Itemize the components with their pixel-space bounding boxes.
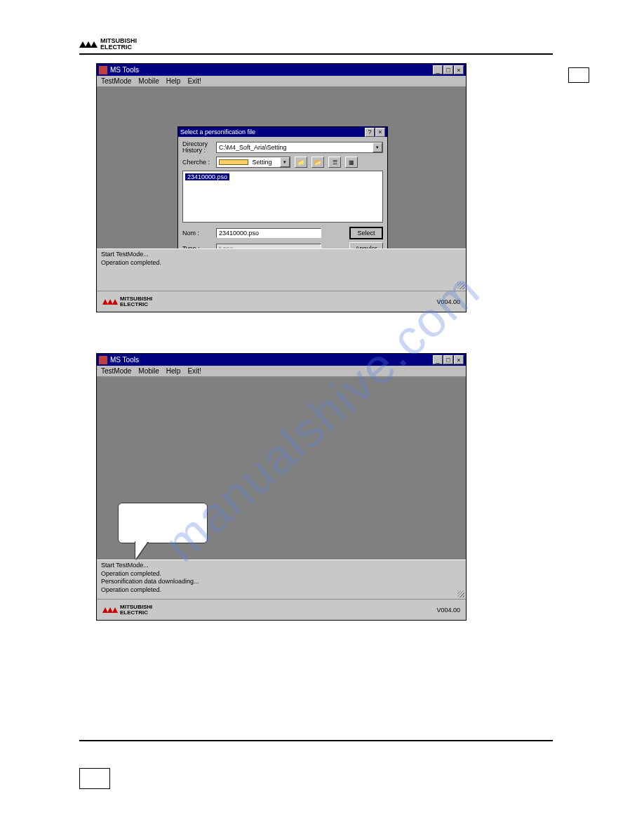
status-line: Operation completed. (101, 259, 462, 267)
menu-exit[interactable]: Exit! (187, 77, 201, 85)
nom-label: Nom : (182, 230, 212, 237)
dialog-titlebar: Select a personification file ? × (178, 127, 387, 137)
status-panel-1: Start TestMode... Operation completed. (97, 249, 466, 291)
menu-help[interactable]: Help (166, 367, 181, 375)
cherche-value: Setting (250, 159, 279, 166)
titlebar-1: MS Tools _ □ × (97, 64, 466, 76)
minimize-button[interactable]: _ (433, 65, 443, 74)
page-number-box-bottom (79, 768, 110, 789)
branding-bar-1: MITSUBISHI ELECTRIC V004.00 (97, 291, 466, 312)
status-line: Start TestMode... (101, 562, 462, 570)
window-title-1: MS Tools (110, 66, 433, 74)
branding-bar-2: MITSUBISHI ELECTRIC V004.00 (97, 599, 466, 620)
mitsubishi-logo-icon (79, 41, 96, 48)
window-title-2: MS Tools (110, 356, 433, 364)
version-label-1: V004.00 (436, 298, 460, 305)
menubar-1: TestMode Mobile Help Exit! (97, 76, 466, 87)
menu-testmode[interactable]: TestMode (101, 367, 131, 375)
page-header: MITSUBISHI ELECTRIC (79, 38, 553, 55)
file-dialog: Select a personification file ? × Direct… (177, 126, 388, 263)
status-line: Operation completed. (101, 570, 462, 578)
app-icon (99, 66, 107, 74)
dialog-help-button[interactable]: ? (365, 128, 375, 137)
cherche-combo[interactable]: Setting ▾ (216, 157, 290, 168)
menu-testmode[interactable]: TestMode (101, 77, 131, 85)
resize-grip-icon (457, 590, 464, 597)
menubar-2: TestMode Mobile Help Exit! (97, 366, 466, 377)
chevron-down-icon[interactable]: ▾ (373, 143, 382, 152)
menu-mobile[interactable]: Mobile (138, 367, 159, 375)
status-line: Start TestMode... (101, 251, 462, 259)
chevron-down-icon[interactable]: ▾ (280, 157, 290, 167)
close-button[interactable]: × (454, 355, 464, 364)
close-button[interactable]: × (454, 65, 464, 74)
folder-icon (219, 159, 248, 165)
menu-exit[interactable]: Exit! (187, 367, 201, 375)
titlebar-2: MS Tools _ □ × (97, 354, 466, 366)
page-number-box-top (568, 67, 589, 83)
status-panel-2: Start TestMode... Operation completed. P… (97, 560, 466, 599)
select-button[interactable]: Select (349, 227, 383, 239)
brand-line2: ELECTRIC (100, 44, 137, 51)
cherche-label: Cherche : (182, 159, 212, 166)
app-window-2: MS Tools _ □ × TestMode Mobile Help Exit… (96, 353, 467, 621)
footer-rule (79, 740, 553, 741)
callout-bubble (118, 503, 208, 543)
dirhist-combo[interactable]: C:\M4_Soft_Aria\Setting ▾ (216, 142, 383, 153)
status-line: Operation completed. (101, 586, 462, 595)
dirhist-label: Directory History : (182, 141, 212, 154)
up-folder-button[interactable]: 📁 (295, 157, 307, 168)
file-list[interactable]: 23410000.pso (182, 171, 383, 223)
maximize-button[interactable]: □ (443, 65, 453, 74)
dialog-title: Select a personification file (180, 128, 365, 135)
menu-mobile[interactable]: Mobile (138, 77, 159, 85)
details-view-button[interactable]: ▦ (345, 157, 358, 168)
version-label-2: V004.00 (436, 607, 460, 614)
nom-field[interactable]: 23410000.pso (216, 228, 321, 238)
maximize-button[interactable]: □ (443, 355, 453, 364)
file-list-item[interactable]: 23410000.pso (185, 173, 229, 180)
list-view-button[interactable]: ☰ (328, 157, 341, 168)
new-folder-button[interactable]: 📂 (311, 157, 324, 168)
resize-grip-icon (457, 282, 464, 289)
status-line: Personification data downloading... (101, 578, 462, 586)
app-icon (99, 356, 107, 364)
minimize-button[interactable]: _ (433, 355, 443, 364)
menu-help[interactable]: Help (166, 77, 181, 85)
dialog-close-button[interactable]: × (375, 128, 385, 137)
app-window-1: MS Tools _ □ × TestMode Mobile Help Exit… (96, 63, 467, 312)
workspace-1: Select a personification file ? × Direct… (97, 87, 466, 249)
dirhist-value: C:\M4_Soft_Aria\Setting (217, 144, 373, 151)
